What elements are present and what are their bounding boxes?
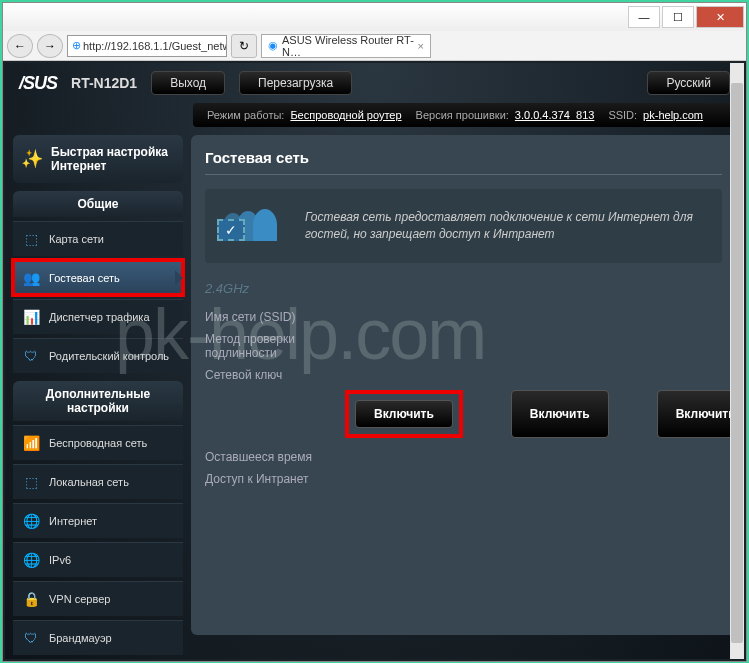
parental-icon: 🛡 bbox=[21, 347, 41, 365]
ssid-link[interactable]: pk-help.com bbox=[643, 109, 703, 121]
info-text: Гостевая сеть предоставляет подключение … bbox=[305, 209, 710, 243]
time-label: Оставшееся время bbox=[205, 450, 345, 464]
band-label: 2.4GHz bbox=[205, 281, 722, 296]
firmware-link[interactable]: 3.0.0.4.374_813 bbox=[515, 109, 595, 121]
enable-button-2[interactable]: Включить bbox=[511, 390, 609, 438]
router-page: pk-help.com /SUS RT-N12D1 Выход Перезагр… bbox=[3, 61, 746, 661]
favicon-icon: ◉ bbox=[268, 39, 278, 52]
general-section-header: Общие bbox=[13, 191, 183, 217]
maximize-button[interactable]: ☐ bbox=[662, 6, 694, 28]
network-map-icon: ⬚ bbox=[21, 230, 41, 248]
browser-scrollbar[interactable] bbox=[730, 63, 744, 659]
mode-link[interactable]: Беспроводной роутер bbox=[290, 109, 401, 121]
enable-button-3[interactable]: Включить bbox=[657, 390, 736, 438]
address-bar[interactable]: ⊕ http://192.168.1.1/Guest_netw bbox=[67, 35, 227, 57]
page-title: Гостевая сеть bbox=[205, 149, 722, 175]
wand-icon: ✨ bbox=[21, 147, 43, 171]
firewall-icon: 🛡 bbox=[21, 629, 41, 647]
tab-close-icon[interactable]: × bbox=[418, 40, 424, 52]
language-button[interactable]: Русский bbox=[647, 71, 730, 95]
auth-label: Метод проверки подлинности bbox=[205, 332, 345, 360]
ipv6-icon: 🌐 bbox=[21, 551, 41, 569]
model-label: RT-N12D1 bbox=[71, 75, 137, 91]
guest-illustration: ✓ bbox=[217, 201, 291, 251]
advanced-section-header: Дополнительные настройки bbox=[13, 381, 183, 421]
reboot-button[interactable]: Перезагрузка bbox=[239, 71, 352, 95]
minimize-button[interactable]: — bbox=[628, 6, 660, 28]
scrollbar-thumb[interactable] bbox=[731, 83, 743, 643]
forward-button[interactable]: → bbox=[37, 34, 63, 58]
browser-toolbar: ← → ⊕ http://192.168.1.1/Guest_netw ↻ ◉ … bbox=[3, 31, 746, 61]
key-label: Сетевой ключ bbox=[205, 368, 345, 382]
back-button[interactable]: ← bbox=[7, 34, 33, 58]
sidebar-item-internet[interactable]: 🌐 Интернет bbox=[13, 503, 183, 538]
sidebar-item-traffic-manager[interactable]: 📊 Диспетчер трафика bbox=[13, 299, 183, 334]
sidebar-item-parental-control[interactable]: 🛡 Родительский контроль bbox=[13, 338, 183, 373]
sidebar-item-wireless[interactable]: 📶 Беспроводная сеть bbox=[13, 425, 183, 460]
sidebar-item-lan[interactable]: ⬚ Локальная сеть bbox=[13, 464, 183, 499]
enable-highlight: Включить bbox=[345, 390, 463, 438]
sidebar: ✨ Быстрая настройка Интернет Общие ⬚ Кар… bbox=[13, 135, 183, 635]
logout-button[interactable]: Выход bbox=[151, 71, 225, 95]
status-bar: Режим работы: Беспроводной роутер Версия… bbox=[193, 103, 736, 127]
page-header: /SUS RT-N12D1 Выход Перезагрузка Русский bbox=[5, 63, 744, 103]
vpn-icon: 🔒 bbox=[21, 590, 41, 608]
sidebar-item-admin[interactable]: ⚙ Администри-рование bbox=[13, 659, 183, 661]
check-icon: ✓ bbox=[217, 219, 245, 241]
wifi-icon: 📶 bbox=[21, 434, 41, 452]
internet-icon: 🌐 bbox=[21, 512, 41, 530]
guest-network-icon: 👥 bbox=[21, 269, 41, 287]
main-panel: Гостевая сеть ✓ Гостевая сеть предоставл… bbox=[191, 135, 736, 635]
reload-button[interactable]: ↻ bbox=[231, 34, 257, 58]
quick-setup-button[interactable]: ✨ Быстрая настройка Интернет bbox=[13, 135, 183, 183]
window-titlebar: — ☐ ✕ bbox=[3, 3, 746, 31]
sidebar-item-firewall[interactable]: 🛡 Брандмауэр bbox=[13, 620, 183, 655]
info-box: ✓ Гостевая сеть предоставляет подключени… bbox=[205, 189, 722, 263]
sidebar-item-ipv6[interactable]: 🌐 IPv6 bbox=[13, 542, 183, 577]
enable-button-1[interactable]: Включить bbox=[355, 400, 453, 428]
close-button[interactable]: ✕ bbox=[696, 6, 744, 28]
brand-logo: /SUS bbox=[19, 73, 57, 94]
intranet-label: Доступ к Интранет bbox=[205, 472, 345, 486]
sidebar-item-network-map[interactable]: ⬚ Карта сети bbox=[13, 221, 183, 256]
sidebar-item-guest-network[interactable]: 👥 Гостевая сеть bbox=[13, 260, 183, 295]
lan-icon: ⬚ bbox=[21, 473, 41, 491]
ssid-label: Имя сети (SSID) bbox=[205, 310, 345, 324]
browser-tab[interactable]: ◉ ASUS Wireless Router RT-N… × bbox=[261, 34, 431, 58]
protocol-icon: ⊕ bbox=[72, 39, 81, 52]
traffic-icon: 📊 bbox=[21, 308, 41, 326]
sidebar-item-vpn[interactable]: 🔒 VPN сервер bbox=[13, 581, 183, 616]
